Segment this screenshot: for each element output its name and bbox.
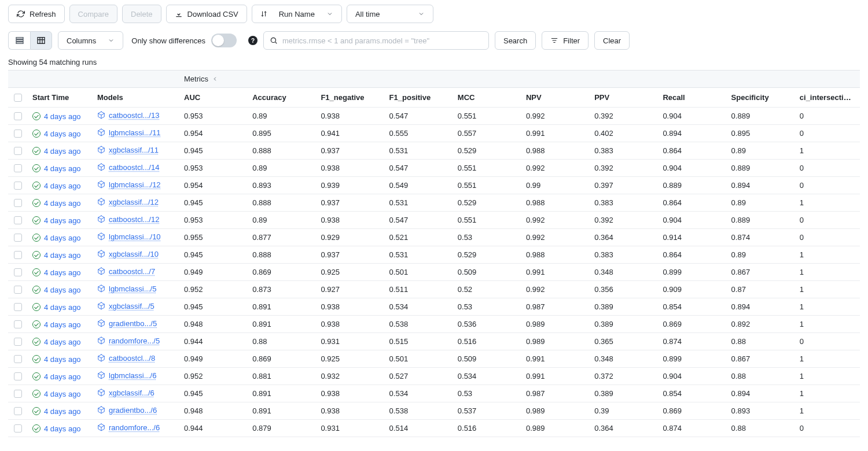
refresh-button[interactable]: Refresh: [8, 5, 65, 23]
run-start-time[interactable]: 4 days ago: [32, 112, 81, 121]
model-name: lgbmclassi.../12: [109, 180, 161, 189]
run-start-time[interactable]: 4 days ago: [32, 268, 81, 277]
metric-cell: 0.989: [518, 424, 586, 432]
column-header[interactable]: NPV: [518, 93, 586, 102]
row-checkbox[interactable]: [14, 182, 22, 190]
model-link[interactable]: randomfore.../6: [97, 423, 160, 432]
svg-rect-1: [16, 38, 23, 39]
model-link[interactable]: xgbclassif.../6: [97, 389, 155, 397]
row-checkbox[interactable]: [14, 251, 22, 259]
model-link[interactable]: lgbmclassi.../6: [97, 371, 156, 380]
run-start-time[interactable]: 4 days ago: [32, 234, 81, 242]
row-checkbox[interactable]: [14, 320, 22, 328]
row-checkbox[interactable]: [14, 407, 22, 415]
column-header[interactable]: Start Time: [24, 93, 89, 102]
run-start-time[interactable]: 4 days ago: [32, 199, 81, 208]
run-start-time[interactable]: 4 days ago: [32, 182, 81, 190]
run-start-time[interactable]: 4 days ago: [32, 390, 81, 398]
model-link[interactable]: catboostcl.../8: [97, 354, 155, 363]
run-start-time[interactable]: 4 days ago: [32, 251, 81, 260]
metric-cell: 0.948: [176, 320, 244, 328]
row-checkbox[interactable]: [14, 216, 22, 224]
only-diff-toggle[interactable]: [211, 34, 237, 47]
run-start-time[interactable]: 4 days ago: [32, 372, 81, 381]
model-link[interactable]: catboostcl.../13: [97, 111, 159, 120]
run-start-time[interactable]: 4 days ago: [32, 320, 81, 329]
metric-cell: 0.372: [586, 372, 654, 380]
row-checkbox[interactable]: [14, 199, 22, 207]
row-checkbox[interactable]: [14, 234, 22, 242]
metric-cell: 0.939: [312, 181, 381, 190]
run-start-time[interactable]: 4 days ago: [32, 286, 81, 294]
run-start-time[interactable]: 4 days ago: [32, 424, 81, 433]
column-header[interactable]: ci_intersection: [792, 93, 860, 102]
column-header[interactable]: Specificity: [723, 93, 792, 102]
model-link[interactable]: gradientbo.../6: [97, 406, 157, 415]
row-checkbox[interactable]: [14, 390, 22, 398]
sort-select[interactable]: Run Name: [252, 5, 342, 23]
row-checkbox[interactable]: [14, 372, 22, 380]
metric-cell: 1: [792, 302, 860, 311]
model-link[interactable]: xgbclassif.../12: [97, 198, 159, 206]
row-checkbox[interactable]: [14, 112, 22, 120]
metric-cell: 0.949: [176, 354, 244, 363]
clear-button[interactable]: Clear: [594, 31, 630, 50]
row-checkbox[interactable]: [14, 268, 22, 276]
model-link[interactable]: lgbmclassi.../10: [97, 232, 161, 241]
metric-cell: 0.555: [381, 129, 450, 138]
model-link[interactable]: gradientbo.../5: [97, 319, 157, 328]
row-checkbox[interactable]: [14, 355, 22, 363]
column-header[interactable]: F1_negative: [312, 93, 381, 102]
model-link[interactable]: xgbclassif.../10: [97, 250, 159, 258]
select-all-checkbox[interactable]: [14, 94, 22, 102]
row-checkbox[interactable]: [14, 424, 22, 432]
row-checkbox[interactable]: [14, 164, 22, 172]
row-checkbox[interactable]: [14, 286, 22, 294]
model-link[interactable]: catboostcl.../7: [97, 267, 155, 276]
run-start-time[interactable]: 4 days ago: [32, 407, 81, 416]
search-button[interactable]: Search: [495, 31, 536, 50]
search-field[interactable]: [263, 31, 489, 50]
run-start-time[interactable]: 4 days ago: [32, 164, 81, 173]
view-table-button[interactable]: [30, 31, 52, 50]
metric-cell: 0.895: [723, 129, 792, 138]
view-list-button[interactable]: [8, 31, 30, 50]
search-input[interactable]: [281, 36, 483, 46]
chevron-left-icon[interactable]: [212, 76, 218, 82]
row-checkbox[interactable]: [14, 130, 22, 138]
column-header[interactable]: Recall: [654, 93, 723, 102]
download-icon: [175, 10, 183, 18]
model-link[interactable]: lgbmclassi.../11: [97, 128, 161, 137]
model-link[interactable]: lgbmclassi.../12: [97, 180, 161, 189]
list-icon: [15, 36, 24, 45]
run-start-time[interactable]: 4 days ago: [32, 303, 81, 312]
metric-cell: 0.501: [381, 354, 450, 363]
column-header[interactable]: F1_positive: [381, 93, 450, 102]
run-start-time[interactable]: 4 days ago: [32, 355, 81, 364]
run-start-time[interactable]: 4 days ago: [32, 130, 81, 138]
model-link[interactable]: xgbclassif.../11: [97, 146, 159, 154]
time-range-select[interactable]: All time: [347, 5, 433, 23]
metric-cell: 0.894: [654, 129, 723, 138]
run-start-time[interactable]: 4 days ago: [32, 338, 81, 346]
run-start-time[interactable]: 4 days ago: [32, 147, 81, 156]
column-header[interactable]: Models: [89, 93, 176, 102]
filter-button[interactable]: Filter: [542, 31, 589, 50]
row-checkbox[interactable]: [14, 338, 22, 346]
model-icon: [97, 163, 105, 171]
row-checkbox[interactable]: [14, 303, 22, 311]
column-header[interactable]: PPV: [586, 93, 654, 102]
download-csv-button[interactable]: Download CSV: [166, 5, 247, 23]
model-link[interactable]: randomfore.../5: [97, 337, 160, 345]
columns-select[interactable]: Columns: [58, 31, 123, 50]
help-icon[interactable]: ?: [248, 36, 258, 45]
column-header[interactable]: AUC: [176, 93, 244, 102]
run-start-time[interactable]: 4 days ago: [32, 216, 81, 225]
row-checkbox[interactable]: [14, 147, 22, 155]
model-link[interactable]: xgbclassif.../5: [97, 302, 155, 310]
column-header[interactable]: Accuracy: [244, 93, 312, 102]
model-link[interactable]: catboostcl.../12: [97, 215, 159, 224]
column-header[interactable]: MCC: [450, 93, 518, 102]
model-link[interactable]: catboostcl.../14: [97, 163, 159, 172]
model-link[interactable]: lgbmclassi.../5: [97, 284, 156, 293]
